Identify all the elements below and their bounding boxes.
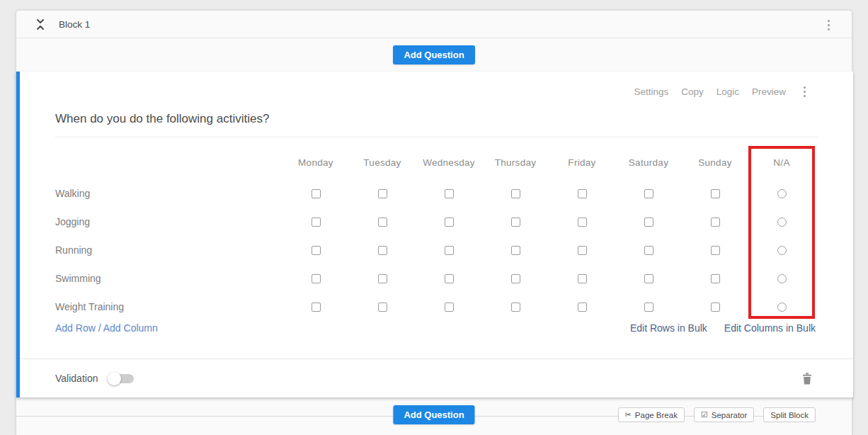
checkbox-running-friday[interactable] (578, 246, 587, 255)
checkbox-swimming-thursday[interactable] (511, 274, 520, 283)
column-header-saturday[interactable]: Saturday (615, 157, 682, 168)
matrix-cell (549, 274, 615, 283)
matrix-row: Swimming (55, 264, 815, 293)
row-label[interactable]: Weight Training (55, 301, 282, 312)
matrix-cell (282, 246, 349, 255)
checkbox-walking-friday[interactable] (578, 189, 587, 198)
toolbar-item-settings[interactable]: Settings (634, 86, 668, 97)
row-label[interactable]: Jogging (55, 216, 282, 227)
matrix-cell (482, 274, 549, 283)
checkbox-swimming-tuesday[interactable] (378, 274, 387, 283)
checkbox-walking-monday[interactable] (312, 189, 321, 198)
block-container: Block 1 Add Question SettingsCopyLogicPr… (16, 10, 852, 435)
add-question-button-top[interactable]: Add Question (393, 45, 474, 64)
add-question-button-bottom[interactable]: Add Question (393, 405, 474, 424)
checkbox-weight-training-thursday[interactable] (511, 303, 520, 312)
checkbox-jogging-tuesday[interactable] (378, 218, 387, 227)
checkbox-jogging-thursday[interactable] (511, 218, 520, 227)
checkbox-walking-tuesday[interactable] (378, 189, 387, 198)
checkbox-jogging-monday[interactable] (312, 218, 321, 227)
checkbox-walking-saturday[interactable] (644, 189, 653, 198)
add-row-link[interactable]: Add Row (55, 322, 96, 334)
toolbar-item-logic[interactable]: Logic (716, 86, 739, 97)
bulk-edit-links: Edit Rows in Bulk Edit Columns in Bulk (630, 322, 816, 334)
separator-label: Separator (712, 411, 748, 419)
matrix-cell (549, 303, 615, 312)
column-header-wednesday[interactable]: Wednesday (416, 157, 482, 168)
checkbox-walking-thursday[interactable] (511, 189, 520, 198)
checkbox-weight-training-tuesday[interactable] (378, 303, 387, 312)
checkbox-swimming-saturday[interactable] (644, 274, 653, 283)
checkbox-jogging-wednesday[interactable] (445, 218, 454, 227)
collapse-block-icon[interactable] (35, 18, 45, 33)
checkbox-jogging-friday[interactable] (578, 218, 587, 227)
row-label[interactable]: Walking (55, 188, 282, 199)
checkbox-weight-training-sunday[interactable] (711, 303, 720, 312)
trash-icon[interactable] (802, 373, 812, 388)
checkbox-running-saturday[interactable] (644, 246, 653, 255)
checkbox-swimming-sunday[interactable] (711, 274, 720, 283)
checkbox-swimming-wednesday[interactable] (445, 274, 454, 283)
matrix-cell (748, 246, 815, 255)
edit-columns-in-bulk-link[interactable]: Edit Columns in Bulk (724, 322, 816, 334)
matrix-cell (282, 218, 349, 227)
matrix-row: Weight Training (55, 293, 815, 321)
column-header-sunday[interactable]: Sunday (682, 157, 748, 168)
validation-label: Validation (55, 373, 98, 384)
checkbox-jogging-saturday[interactable] (644, 218, 653, 227)
checkbox-running-monday[interactable] (312, 246, 321, 255)
radio-walking-na[interactable] (777, 189, 787, 198)
checkbox-weight-training-monday[interactable] (312, 303, 321, 312)
checkbox-weight-training-wednesday[interactable] (445, 303, 454, 312)
matrix-cell (349, 303, 416, 312)
column-header-tuesday[interactable]: Tuesday (349, 157, 416, 168)
matrix-cell (549, 189, 615, 198)
row-label[interactable]: Swimming (55, 273, 282, 284)
column-header-friday[interactable]: Friday (549, 157, 615, 168)
row-label[interactable]: Running (55, 244, 282, 256)
column-header-monday[interactable]: Monday (282, 157, 349, 168)
toolbar-item-copy[interactable]: Copy (681, 86, 704, 97)
checkbox-jogging-sunday[interactable] (711, 218, 720, 227)
matrix-cell (615, 274, 682, 283)
validation-toggle[interactable] (108, 372, 135, 385)
matrix-cell (682, 218, 748, 227)
radio-jogging-na[interactable] (777, 218, 787, 227)
separator-button[interactable]: ☑ Separator (694, 407, 754, 422)
matrix-header-row: MondayTuesdayWednesdayThursdayFridaySatu… (55, 146, 815, 179)
checkbox-running-wednesday[interactable] (445, 246, 454, 255)
toolbar-item-preview[interactable]: Preview (752, 86, 786, 97)
radio-running-na[interactable] (777, 246, 787, 255)
matrix-cell (682, 274, 748, 283)
column-header-na[interactable]: N/A (748, 157, 815, 168)
matrix-cell (682, 303, 748, 312)
checkbox-walking-sunday[interactable] (711, 189, 720, 198)
question-title[interactable]: When do you do the following activities? (55, 112, 269, 126)
add-column-link[interactable]: Add Column (103, 322, 158, 334)
checkbox-running-thursday[interactable] (511, 246, 520, 255)
radio-swimming-na[interactable] (777, 274, 787, 283)
checkbox-swimming-monday[interactable] (312, 274, 321, 283)
matrix-row: Running (55, 236, 815, 264)
split-block-button[interactable]: Split Block (763, 407, 816, 422)
checkbox-running-tuesday[interactable] (378, 246, 387, 255)
question-toolbar: SettingsCopyLogicPreview (634, 84, 808, 99)
matrix-row: Walking (55, 179, 815, 208)
page-break-button[interactable]: ✂ Page Break (618, 407, 685, 422)
matrix-cell (615, 189, 682, 198)
question-card[interactable]: SettingsCopyLogicPreview When do you do … (16, 72, 853, 397)
matrix-cell (748, 189, 815, 198)
checkbox-weight-training-friday[interactable] (578, 303, 587, 312)
checkbox-running-sunday[interactable] (711, 246, 720, 255)
edit-rows-in-bulk-link[interactable]: Edit Rows in Bulk (630, 322, 707, 334)
matrix-cell (482, 246, 549, 255)
checkbox-swimming-friday[interactable] (578, 274, 587, 283)
question-kebab-menu-icon[interactable] (801, 84, 808, 99)
radio-weight-training-na[interactable] (777, 303, 787, 312)
block-kebab-menu-icon[interactable] (826, 18, 832, 33)
footer-actions: ✂ Page Break ☑ Separator Split Block (618, 407, 816, 422)
column-header-thursday[interactable]: Thursday (482, 157, 549, 168)
matrix-cell (416, 218, 482, 227)
checkbox-weight-training-saturday[interactable] (644, 303, 653, 312)
checkbox-walking-wednesday[interactable] (445, 189, 454, 198)
